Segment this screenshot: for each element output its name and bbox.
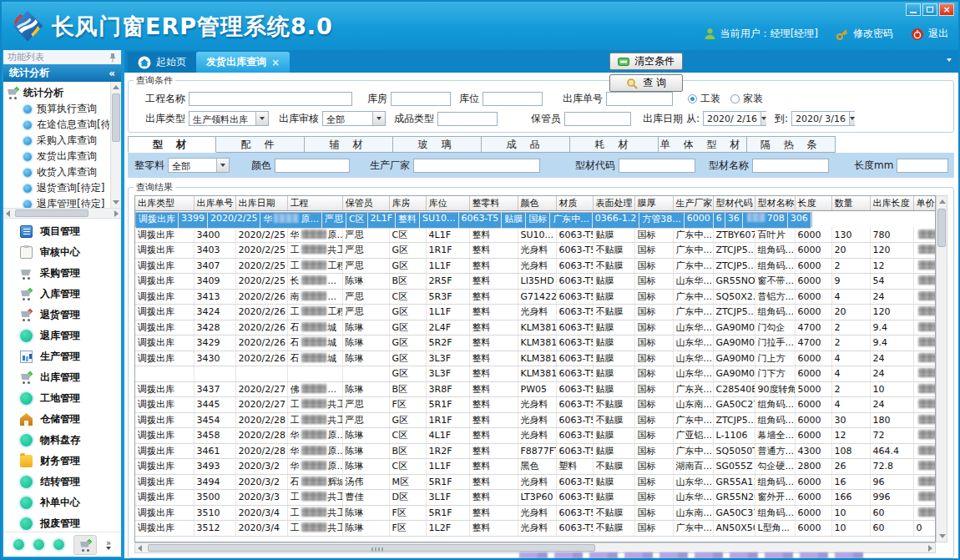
sidebar-section-header[interactable]: 统计分析 « [3,64,121,82]
column-header[interactable]: 表面处理 [593,196,634,210]
date-from-select[interactable]: 2020/ 2/16 [703,111,766,126]
change-password-button[interactable]: 修改密码 [836,27,893,41]
material-tab[interactable]: 辅 材 [305,136,393,153]
sidebar-item-stock-return[interactable]: 退库管理 [3,325,121,346]
column-header[interactable]: 长度 [795,196,831,210]
scrollbar-thumb[interactable] [148,544,595,552]
module-dot-icon[interactable] [53,539,64,550]
scrollbar-thumb[interactable] [112,93,120,142]
material-tab[interactable]: 隔 热 条 [747,136,836,153]
column-header[interactable]: 材质 [556,196,593,210]
collapse-icon[interactable]: « [109,68,115,79]
column-header[interactable]: 单价 [913,196,936,210]
table-row[interactable]: 调拨出库34542020/2/28工共工程严思G区1R1F整料光身料6063-T… [135,412,936,428]
column-header[interactable]: 出库单号 [194,196,235,210]
out-type-select[interactable]: 生产领料出库 [189,111,269,126]
date-to-select[interactable]: 2020/ 3/16 [791,111,855,126]
material-tab[interactable]: 配 件 [216,136,305,153]
sidebar-item-inbound[interactable]: 入库管理 [3,284,121,305]
length-input[interactable] [897,159,948,173]
scroll-right-icon[interactable] [114,210,119,217]
close-button[interactable]: × [939,3,954,16]
table-row[interactable]: 调拨出库34612020/2/28华原...陈琳B区1R2F整料F8877FT6… [135,443,936,459]
scroll-down-icon[interactable] [113,200,119,204]
scroll-right-icon[interactable] [928,545,932,552]
table-vertical-scrollbar[interactable] [936,195,947,542]
sidebar-item-production[interactable]: 生产管理 [3,346,121,367]
column-header[interactable]: 生产厂家 [673,196,713,210]
sidebar-item-outbound[interactable]: 出库管理 [3,367,121,388]
column-header[interactable]: 库房 [389,196,426,210]
material-tab[interactable]: 型 材 [128,136,216,153]
whole-part-select[interactable]: 全部 [168,158,230,173]
warehouse-input[interactable] [391,92,451,106]
sidebar-item-inventory[interactable]: 物料盘存 [3,430,121,451]
column-header[interactable]: 整零料 [469,196,518,210]
material-tab[interactable]: 单 体 型 材 [659,136,747,153]
column-header[interactable]: 出库类型 [135,196,194,210]
tab-overflow-icon[interactable] [947,58,952,62]
table-row[interactable]: 调拨出库34032020/2/25工共工程严思G区1R1F整料光身料6063-T… [135,243,936,259]
table-row[interactable]: 调拨出库34452020/2/27工共工程严思F区5R1F整料光身料6063-T… [135,397,936,413]
pin-icon[interactable] [109,53,117,63]
table-row[interactable]: 调拨出库35102020/3/4工共工程陈琳F区5R1F整料光身料6063-T5… [135,505,936,521]
cart-module-button[interactable] [73,535,97,555]
scroll-left-icon[interactable] [6,210,10,217]
sidebar-item-finance[interactable]: 财务管理 [3,451,121,472]
logout-button[interactable]: 退出 [911,27,948,41]
scroll-down-icon[interactable] [939,534,946,538]
table-row[interactable]: G区3L3F整料KLM38176063-T5贴膜国标山东华...GA90M09.… [135,366,936,382]
scroll-left-icon[interactable] [138,545,142,552]
radio-gongzhuang[interactable]: 工装 [688,92,720,106]
select-button[interactable] [372,112,385,125]
profile-name-input[interactable] [752,159,829,173]
table-row[interactable]: 调拨出库34072020/2/25工工程严思G区1L1F整料光身料6063-T5… [135,258,936,274]
sidebar-item-project[interactable]: 项目管理 [3,221,121,242]
table-row[interactable]: 调拨出库34242020/2/26工工程严思G区1L1F整料光身料6063-T5… [135,305,936,320]
scrollbar-thumb[interactable] [937,209,946,247]
column-header[interactable]: 出库日期 [235,196,287,210]
sidebar-overflow-button[interactable]: » [106,540,111,550]
tree-item[interactable]: 发货出库查询 [7,149,109,164]
tab-close-icon[interactable]: × [271,57,280,68]
table-row[interactable]: 调拨出库34292020/2/26石城陈琳G区5R2F整料KLM38176063… [135,335,936,351]
table-row[interactable]: 调拨出库35122020/3/4工共工程陈琳F区1L2F整料光身料6063-T5… [135,521,936,537]
tab-shipment-outbound-query[interactable]: 发货出库查询 × [196,52,290,73]
column-header[interactable]: 型材代码 [713,196,755,210]
material-tab[interactable]: 耗 材 [570,136,659,153]
project-name-input[interactable] [189,92,352,106]
column-header[interactable]: 出库长度 [870,196,913,210]
column-header[interactable]: 型材名称 [755,196,795,210]
table-row[interactable]: 调拨出库34372020/2/27佛...陈琳B区3R8F整料PW056063-… [135,381,936,397]
sidebar-item-audit-center[interactable]: 审核中心 [3,242,121,263]
sidebar-item-returns[interactable]: 退货管理 [3,305,121,325]
column-header[interactable]: 保管员 [342,196,389,210]
table-row[interactable]: 调拨出库34582020/2/28华原...陈琳C区4L1F整料光身料6063-… [135,428,936,444]
tree-item[interactable]: 预算执行查询 [7,101,109,117]
tree-item[interactable]: 收货入库查询 [7,164,109,180]
sidebar-item-site[interactable]: 工地管理 [3,388,121,409]
material-tab[interactable]: 玻 璃 [393,136,482,153]
minimize-button[interactable] [906,3,921,16]
table-row[interactable]: 调拨出库34282020/2/26石城陈琳G区2L4F整料KLM38176063… [135,320,936,335]
column-header[interactable]: 数量 [831,196,870,210]
search-button[interactable]: 查 询 [609,74,683,92]
module-dot-icon[interactable] [13,539,24,550]
color-input[interactable] [275,159,350,173]
scrollbar-thumb[interactable] [15,209,88,217]
sidebar-item-supplement[interactable]: 补单中心 [3,492,121,513]
scroll-up-icon[interactable] [939,199,946,204]
column-header[interactable]: 库位 [426,196,469,210]
product-type-input[interactable] [437,112,498,126]
column-header[interactable]: 工程 [287,196,342,210]
tree-item[interactable]: 采购入库查询 [7,133,109,149]
tree-item[interactable]: 退货查询[待定] [7,180,109,196]
tree-vertical-scrollbar[interactable] [110,82,121,208]
profile-code-input[interactable] [619,159,695,173]
tree-horizontal-scrollbar[interactable] [3,209,121,219]
table-row[interactable]: 调拨出库34132020/2/26南...严思C区5R3F整料G71422606… [135,289,936,305]
keeper-input[interactable] [564,112,631,126]
sidebar-item-purchase[interactable]: 采购管理 [3,263,121,284]
maximize-button[interactable] [922,3,937,16]
select-button[interactable] [216,159,229,172]
